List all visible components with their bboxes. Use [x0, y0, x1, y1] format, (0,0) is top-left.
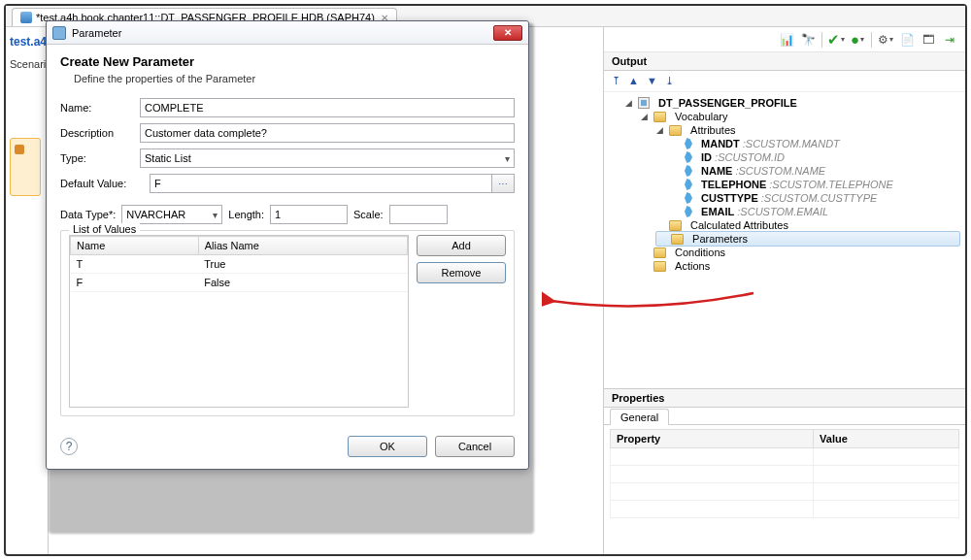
tree-actions[interactable]: Actions	[641, 259, 959, 273]
folder-icon	[671, 234, 684, 245]
collapse-top-icon[interactable]: ⤒	[612, 75, 620, 87]
attribute-icon	[685, 206, 692, 217]
parameter-icon	[52, 26, 66, 40]
col-property: Property	[611, 430, 814, 448]
scale-field[interactable]	[389, 205, 448, 224]
move-up-icon[interactable]: ▲	[628, 75, 639, 87]
dialog-heading: Create New Parameter	[60, 54, 515, 69]
tree-attr-email[interactable]: EMAIL:SCUSTOM.EMAIL	[672, 205, 959, 218]
decision-table-icon	[20, 12, 32, 23]
tools-icon[interactable]: ⚙	[878, 32, 893, 48]
project-label: test.a4	[10, 35, 44, 49]
data-type-select[interactable]: NVARCHAR	[121, 205, 222, 224]
tree-vocabulary[interactable]: ◢ Vocabulary	[641, 110, 959, 123]
length-field[interactable]	[270, 205, 348, 224]
save-icon[interactable]: 📄	[899, 32, 915, 48]
separator	[821, 32, 822, 48]
lov-col-alias: Alias Name	[198, 237, 407, 255]
col-value: Value	[814, 430, 959, 448]
scenario-node[interactable]	[10, 138, 41, 196]
add-button[interactable]: Add	[417, 235, 506, 256]
attribute-icon	[685, 192, 692, 204]
tree-attr-custtype[interactable]: CUSTTYPE:SCUSTOM.CUSTTYPE	[672, 191, 959, 205]
tree-nav-controls: ⤒ ▲ ▼ ⤓	[604, 71, 965, 92]
default-value-field[interactable]	[150, 174, 491, 193]
tree-attr-telephone[interactable]: TELEPHONE:SCUSTOM.TELEPHONE	[672, 178, 959, 191]
check-icon[interactable]: ✔	[828, 32, 844, 48]
separator	[871, 32, 872, 48]
properties-panel-header: Properties	[604, 389, 965, 408]
lov-group-label: List of Values	[69, 223, 140, 235]
data-type-label: Data Type*:	[60, 209, 116, 220]
left-sidebar: test.a4 Scenario	[6, 27, 49, 554]
lov-row[interactable]: TTrue	[71, 255, 408, 274]
close-icon[interactable]: ✕	[493, 25, 522, 41]
tree-conditions[interactable]: Conditions	[641, 246, 959, 259]
binoculars-icon[interactable]: 🔭	[800, 32, 816, 48]
dialog-subheading: Define the properties of the Parameter	[60, 73, 515, 84]
folder-icon	[653, 112, 666, 122]
default-value-browse-button[interactable]: ⋯	[491, 174, 515, 193]
properties-tabs: General	[604, 408, 965, 425]
annotation-arrow	[542, 287, 755, 318]
tree-calc-attributes[interactable]: Calculated Attributes	[656, 218, 959, 232]
dialog-titlebar[interactable]: Parameter ✕	[47, 21, 528, 45]
type-label: Type:	[60, 152, 140, 164]
tree-attr-name[interactable]: NAME:SCUSTOM.NAME	[672, 164, 959, 178]
lov-table[interactable]: Name Alias Name TTrue FFalse	[70, 236, 408, 292]
attribute-icon	[685, 179, 692, 190]
attribute-icon	[685, 151, 692, 163]
dialog-title: Parameter	[72, 27, 493, 39]
folder-icon	[653, 261, 666, 272]
output-panel-header: Output	[604, 52, 965, 71]
move-down-icon[interactable]: ▼	[647, 75, 657, 87]
lov-row[interactable]: FFalse	[71, 274, 408, 292]
default-value-label: Default Value:	[60, 178, 150, 189]
expand-bottom-icon[interactable]: ⤓	[665, 75, 674, 87]
folder-icon	[669, 125, 682, 136]
tree-attr-id[interactable]: ID:SCUSTOM.ID	[672, 150, 959, 164]
remove-button[interactable]: Remove	[417, 262, 506, 283]
folder-icon	[653, 247, 666, 258]
tab-general[interactable]: General	[610, 409, 669, 425]
folder-icon	[669, 220, 682, 231]
description-field[interactable]	[140, 123, 515, 143]
name-field[interactable]	[140, 98, 515, 117]
tree-parameters[interactable]: Parameters	[655, 231, 960, 247]
export-icon[interactable]: ⇥	[942, 32, 957, 48]
scale-label: Scale:	[353, 209, 384, 220]
length-label: Length:	[228, 209, 264, 220]
scenario-label: Scenario	[10, 58, 44, 70]
tree-attr-mandt[interactable]: MANDT:SCUSTOM.MANDT	[672, 137, 959, 150]
name-label: Name:	[60, 102, 140, 114]
lov-col-name: Name	[71, 237, 199, 255]
description-label: Description	[60, 127, 140, 139]
type-select[interactable]: Static List	[140, 148, 515, 168]
chart-icon[interactable]: 📊	[779, 32, 794, 48]
cancel-button[interactable]: Cancel	[435, 436, 515, 457]
parameter-dialog: Parameter ✕ Create New Parameter Define …	[46, 20, 529, 470]
preview-icon[interactable]: 🗔	[921, 32, 936, 48]
ok-button[interactable]: OK	[348, 436, 427, 457]
activate-icon[interactable]: ●	[850, 32, 865, 48]
properties-table: PropertyValue	[610, 429, 959, 518]
output-tree: ◢ DT_PASSENGER_PROFILE ◢ Vocabulary ◢ At…	[604, 92, 965, 388]
decision-table-icon	[638, 97, 650, 109]
right-toolbar: 📊 🔭 ✔ ● ⚙ 📄 🗔 ⇥	[604, 27, 965, 52]
tree-attributes[interactable]: ◢ Attributes	[656, 123, 959, 137]
tree-root[interactable]: ◢ DT_PASSENGER_PROFILE	[625, 96, 959, 110]
attribute-icon	[685, 165, 692, 177]
help-icon[interactable]: ?	[60, 438, 78, 455]
attribute-icon	[685, 138, 692, 149]
